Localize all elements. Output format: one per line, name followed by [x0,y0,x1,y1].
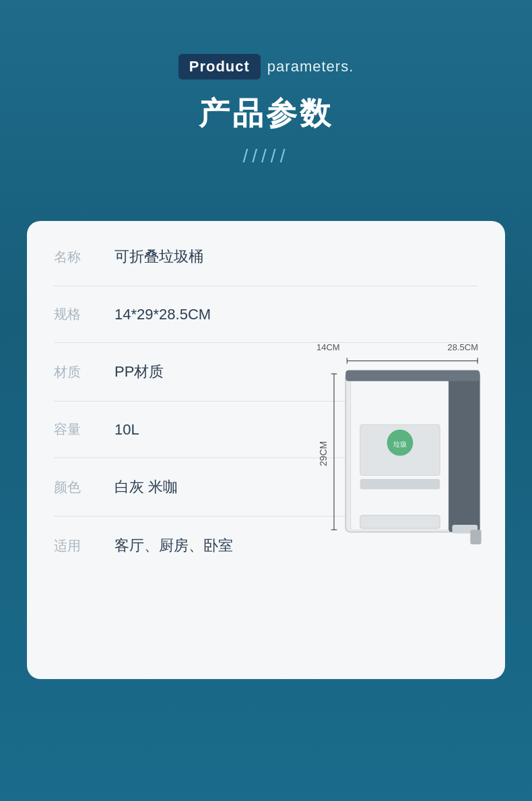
product-card: 名称 可折叠垃圾桶 规格 14*29*28.5CM 材质 PP材质 容量 10L… [27,221,505,679]
svg-text:垃圾: 垃圾 [393,441,407,448]
param-label-capacity: 容量 [54,420,94,439]
slash-decoration: ///// [243,146,290,167]
svg-text:29CM: 29CM [318,441,329,466]
param-label-color: 颜色 [54,478,94,496]
parameters-text: parameters. [267,58,354,75]
param-row-spec: 规格 14*29*28.5CM [54,286,478,343]
dim-label-285cm: 28.5CM [447,342,478,352]
svg-rect-10 [345,371,479,381]
svg-rect-9 [448,373,479,532]
product-illustration: 29CM 垃圾 [296,342,485,558]
svg-rect-17 [470,530,481,544]
product-badge: Product [178,54,261,79]
param-label-spec: 规格 [54,305,94,323]
param-label-usage: 适用 [54,537,94,555]
dim-label-14cm: 14CM [317,342,340,352]
page-container: Product parameters. 产品参数 ///// 名称 可折叠垃圾桶… [0,0,532,801]
svg-rect-15 [360,515,440,528]
param-value-spec: 14*29*28.5CM [114,306,478,323]
badge-row: Product parameters. [178,54,354,79]
param-value-name: 可折叠垃圾桶 [114,247,478,267]
header-section: Product parameters. 产品参数 ///// [178,54,354,167]
param-row-name: 名称 可折叠垃圾桶 [54,228,478,286]
param-label-name: 名称 [54,248,94,266]
svg-rect-14 [360,479,440,489]
page-title: 产品参数 [199,93,333,135]
product-image-area: 14CM 28.5CM 29CM [296,342,485,558]
param-label-material: 材质 [54,363,94,381]
